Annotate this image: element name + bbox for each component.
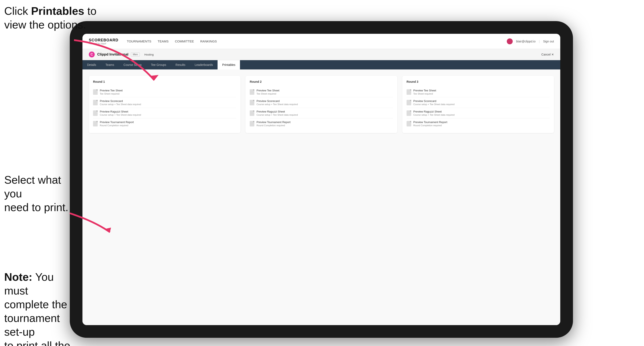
arrow-top xyxy=(61,34,167,93)
printable-sub: Tee Sheet required xyxy=(256,92,279,95)
printable-item[interactable]: Preview Tournament ReportRound Completio… xyxy=(93,118,236,129)
printable-item[interactable]: Preview ScorecardCourse setup + Tee Shee… xyxy=(250,97,393,108)
round-section-3: Round 3Preview Tee SheetTee Sheet requir… xyxy=(402,76,554,133)
printable-item[interactable]: Preview ScorecardCourse setup + Tee Shee… xyxy=(406,97,550,108)
printable-title: Preview Tournament Report xyxy=(100,121,134,124)
printable-sub: Course setup + Tee Sheet data required xyxy=(413,103,454,106)
printable-sub: Round Completion required xyxy=(100,124,134,127)
doc-icon xyxy=(93,110,98,116)
doc-icon xyxy=(406,121,411,127)
nav-committee[interactable]: COMMITTEE xyxy=(175,39,194,44)
tab-results[interactable]: Results xyxy=(171,60,190,69)
printable-sub: Course setup + Tee Sheet data required xyxy=(100,103,141,106)
cancel-button[interactable]: Cancel ✕ xyxy=(542,53,554,56)
annotation-bold: Printables xyxy=(31,5,84,17)
printable-title: Preview Tournament Report xyxy=(256,121,290,124)
annotation-top: Click Printables toview the options. xyxy=(4,4,96,32)
doc-icon xyxy=(93,100,98,105)
top-nav-right: blair@clippd.io | Sign out xyxy=(507,38,554,44)
sign-out-link[interactable]: Sign out xyxy=(543,40,554,43)
user-email: blair@clippd.io xyxy=(516,40,536,43)
printable-title: Preview Raguzzi Sheet xyxy=(413,110,454,113)
doc-icon xyxy=(250,89,254,95)
printable-title: Preview Raguzzi Sheet xyxy=(100,110,141,113)
printable-sub: Course setup + Tee Sheet data required xyxy=(256,114,298,116)
round-section-2: Round 2Preview Tee SheetTee Sheet requir… xyxy=(246,76,397,133)
nav-rankings[interactable]: RANKINGS xyxy=(200,39,217,44)
round-title-2: Round 2 xyxy=(250,80,393,83)
annotation-bottom: Note: You mustcomplete thetournament set… xyxy=(4,270,76,346)
doc-icon xyxy=(250,110,254,116)
tab-printables[interactable]: Printables xyxy=(218,60,240,69)
printable-title: Preview Tee Sheet xyxy=(413,89,436,92)
arrow-middle xyxy=(64,209,118,239)
printable-sub: Course setup + Tee Sheet data required xyxy=(100,114,141,116)
doc-icon xyxy=(250,121,254,127)
printable-item[interactable]: Preview Tournament ReportRound Completio… xyxy=(250,118,393,129)
printable-item[interactable]: Preview Raguzzi SheetCourse setup + Tee … xyxy=(406,108,550,118)
printable-sub: Course setup + Tee Sheet data required xyxy=(413,114,454,116)
printable-sub: Course setup + Tee Sheet data required xyxy=(256,103,298,106)
annotation-middle: Select what youneed to print. xyxy=(4,173,72,214)
printable-item[interactable]: Preview ScorecardCourse setup + Tee Shee… xyxy=(93,97,236,108)
printable-title: Preview Tournament Report xyxy=(413,121,447,124)
printable-item[interactable]: Preview Raguzzi SheetCourse setup + Tee … xyxy=(93,108,236,118)
main-content: Round 1Preview Tee SheetTee Sheet requir… xyxy=(82,69,560,325)
printable-title: Preview Raguzzi Sheet xyxy=(256,110,298,113)
printable-item[interactable]: Preview Tournament ReportRound Completio… xyxy=(406,118,550,129)
printable-sub: Tee Sheet required xyxy=(413,92,436,95)
printable-item[interactable]: Preview Tee SheetTee Sheet required xyxy=(250,87,393,97)
doc-icon xyxy=(250,100,254,105)
tab-leaderboards[interactable]: Leaderboards xyxy=(190,60,218,69)
printable-title: Preview Scorecard xyxy=(100,99,141,103)
printable-sub: Round Completion required xyxy=(413,124,447,127)
doc-icon xyxy=(406,89,411,95)
printable-title: Preview Scorecard xyxy=(256,99,298,103)
round-title-3: Round 3 xyxy=(406,80,550,83)
printable-sub: Round Completion required xyxy=(256,124,290,127)
printable-title: Preview Scorecard xyxy=(413,99,454,103)
doc-icon xyxy=(93,121,98,127)
user-avatar xyxy=(507,38,513,44)
printable-title: Preview Tee Sheet xyxy=(256,89,279,92)
doc-icon xyxy=(406,110,411,116)
printable-item[interactable]: Preview Tee SheetTee Sheet required xyxy=(406,87,550,97)
doc-icon xyxy=(406,100,411,105)
top-nav-links: TOURNAMENTS TEAMS COMMITTEE RANKINGS xyxy=(127,39,507,44)
printable-item[interactable]: Preview Raguzzi SheetCourse setup + Tee … xyxy=(250,108,393,118)
